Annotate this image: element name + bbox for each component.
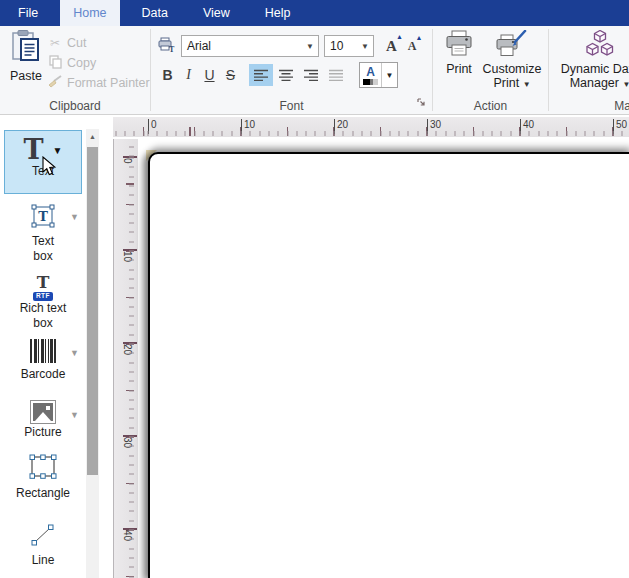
toolbox: T ▼ Text — [0, 115, 100, 578]
vertical-ruler: 0 10 20 30 40 — [113, 139, 138, 578]
dynamic-data-manager-button[interactable]: Dynamic Data Manager ▼ — [555, 30, 629, 92]
picture-icon — [30, 400, 56, 424]
cut-button[interactable]: ✂ Cut — [46, 33, 150, 53]
dynamic-data-manager-icon — [585, 44, 615, 61]
tool-rich-text-label-line1: Rich text — [4, 301, 82, 316]
tool-rectangle[interactable]: Rectangle — [4, 452, 82, 501]
chevron-down-icon[interactable]: ▼ — [70, 348, 79, 358]
format-painter-icon — [46, 75, 64, 91]
copy-button[interactable]: Copy — [46, 53, 150, 73]
v-ruler-number: 0 — [122, 158, 133, 164]
tool-rich-text-label-line2: box — [4, 316, 82, 331]
tab-help[interactable]: Help — [252, 0, 304, 26]
up-arrow-icon: ▲ — [416, 34, 423, 42]
ddm-label-line1: Dynamic Data — [561, 62, 629, 76]
tool-text-box[interactable]: T ▼ Text box — [4, 202, 82, 264]
scrollbar-thumb[interactable] — [87, 147, 98, 475]
v-ruler-number: 10 — [122, 251, 133, 262]
tool-text-label: Text — [5, 164, 81, 179]
font-color-icon: A — [360, 63, 382, 87]
tool-rich-text-box[interactable]: T RTF Rich text box — [4, 274, 82, 331]
font-family-select[interactable]: Arial ▼ — [181, 35, 319, 57]
line-icon — [29, 535, 57, 552]
svg-text:T: T — [38, 209, 48, 224]
label-designer-window: File Home Data View Help Paste — [0, 0, 629, 578]
toolbox-items: T ▼ Text — [0, 130, 86, 568]
tool-barcode[interactable]: ▼ Barcode — [4, 339, 82, 382]
tab-home[interactable]: Home — [60, 0, 119, 26]
bold-button[interactable]: B — [158, 64, 177, 86]
toolbox-scrollbar[interactable]: ▲ — [86, 129, 99, 578]
chevron-down-icon: ▼ — [357, 42, 373, 51]
tab-data[interactable]: Data — [129, 0, 181, 26]
font-size-select[interactable]: 10 ▼ — [324, 35, 374, 57]
print-button[interactable]: Print — [441, 30, 477, 76]
chevron-down-icon: ▼ — [302, 42, 318, 51]
workspace: T ▼ Text — [0, 115, 629, 578]
font-size-value: 10 — [325, 39, 357, 53]
tool-line-label: Line — [4, 553, 82, 568]
paste-button[interactable]: Paste — [5, 29, 47, 95]
tool-text-box-label-line1: Text — [4, 234, 82, 249]
h-ruler-number: 10 — [241, 119, 255, 134]
customize-print-button[interactable]: Customize Print ▼ — [479, 30, 545, 92]
tool-line[interactable]: Line — [4, 521, 82, 568]
customize-print-label-line2: Print — [493, 76, 519, 90]
italic-button[interactable]: I — [179, 64, 198, 86]
printer-font-icon[interactable]: T — [158, 37, 175, 56]
tool-text-box-label-line2: box — [4, 249, 82, 264]
align-center-button[interactable] — [274, 64, 298, 86]
font-dialog-launcher[interactable] — [417, 93, 426, 111]
text-tool-icon: T — [24, 136, 44, 164]
paste-label: Paste — [5, 69, 47, 83]
h-ruler-number: 40 — [520, 119, 534, 134]
shrink-font-button[interactable]: A▲ — [404, 39, 421, 54]
h-ruler-number: 50 — [613, 119, 627, 134]
font-group-label: Font — [151, 99, 432, 113]
align-left-icon — [253, 69, 269, 82]
format-painter-button[interactable]: Format Painter — [46, 73, 150, 93]
chevron-down-icon[interactable]: ▼ — [70, 410, 79, 420]
v-ruler-number: 30 — [122, 437, 133, 448]
scrollbar-up-arrow[interactable]: ▲ — [86, 129, 99, 144]
customize-print-label-line1: Customize — [482, 62, 541, 76]
ddm-label-line2: Manager — [570, 76, 619, 90]
underline-button[interactable]: U — [200, 64, 219, 86]
chevron-down-icon[interactable]: ▼ — [53, 145, 63, 156]
v-ruler-number: 20 — [122, 344, 133, 355]
tab-view[interactable]: View — [190, 0, 243, 26]
copy-label: Copy — [67, 56, 96, 70]
chevron-down-icon[interactable]: ▼ — [382, 63, 397, 87]
tool-barcode-label: Barcode — [4, 367, 82, 382]
print-icon — [444, 44, 474, 61]
clipboard-group-label: Clipboard — [0, 99, 150, 113]
font-row-top: T Arial ▼ 10 ▼ A▲ A▲ — [158, 35, 432, 57]
copy-icon — [46, 55, 64, 72]
svg-text:T: T — [169, 44, 175, 52]
tool-picture[interactable]: ▼ Picture — [4, 400, 82, 440]
color-swatch — [363, 79, 378, 85]
group-clipboard: Paste ✂ Cut Copy — [0, 26, 150, 114]
format-painter-label: Format Painter — [67, 76, 150, 90]
align-left-button[interactable] — [249, 64, 273, 86]
customize-print-icon — [495, 44, 529, 61]
h-ruler-number: 30 — [427, 119, 441, 134]
rich-text-box-icon: T RTF — [33, 274, 53, 301]
action-group-label: Action — [433, 99, 548, 113]
manage-group-label: Manager — [583, 99, 629, 113]
print-label: Print — [441, 62, 477, 76]
label-canvas[interactable] — [148, 152, 629, 578]
tool-text[interactable]: T ▼ Text — [4, 130, 82, 194]
align-right-button[interactable] — [299, 64, 323, 86]
barcode-icon — [30, 339, 56, 363]
chevron-down-icon[interactable]: ▼ — [70, 212, 79, 222]
tab-file[interactable]: File — [5, 0, 51, 26]
group-manage: Dynamic Data Manager ▼ Manager — [549, 26, 629, 114]
grow-font-button[interactable]: A▲ — [382, 38, 401, 55]
v-ruler-number: 40 — [122, 530, 133, 541]
clipboard-disabled-actions: ✂ Cut Copy — [46, 33, 150, 93]
strikethrough-button[interactable]: S — [221, 64, 240, 86]
font-color-button[interactable]: A ▼ — [359, 62, 398, 88]
justify-button[interactable] — [324, 64, 348, 86]
chevron-down-icon: ▼ — [523, 80, 531, 89]
